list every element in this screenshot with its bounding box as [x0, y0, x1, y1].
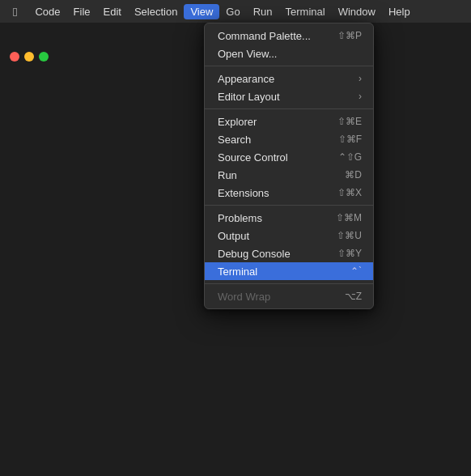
menubar-run[interactable]: Run: [247, 4, 279, 19]
maximize-button[interactable]: [39, 52, 49, 62]
menu-item-command-palette[interactable]: Command Palette... ⇧⌘P: [205, 27, 373, 45]
menu-item-editor-layout[interactable]: Editor Layout ›: [205, 87, 373, 105]
menu-item-search-label: Search: [218, 134, 325, 146]
menubar-edit[interactable]: Edit: [97, 4, 128, 19]
menu-item-explorer-label: Explorer: [218, 116, 325, 128]
menu-item-source-control-shortcut: ⌃⇧G: [338, 151, 362, 163]
menubar-help[interactable]: Help: [382, 4, 417, 19]
menu-item-source-control[interactable]: Source Control ⌃⇧G: [205, 148, 373, 166]
separator-4: [205, 283, 373, 284]
menu-item-explorer[interactable]: Explorer ⇧⌘E: [205, 113, 373, 130]
menu-item-problems[interactable]: Problems ⇧⌘M: [205, 209, 373, 227]
menu-item-appearance-label: Appearance: [218, 73, 352, 85]
menu-item-debug-console[interactable]: Debug Console ⇧⌘Y: [205, 244, 373, 262]
menu-item-word-wrap-shortcut: ⌥Z: [345, 291, 362, 302]
menu-item-search[interactable]: Search ⇧⌘F: [205, 130, 373, 148]
menubar-code[interactable]: Code: [28, 4, 66, 19]
menu-item-debug-console-label: Debug Console: [218, 248, 325, 260]
menu-item-search-shortcut: ⇧⌘F: [338, 134, 362, 145]
menu-item-debug-console-shortcut: ⇧⌘Y: [337, 248, 362, 259]
traffic-lights: [10, 52, 49, 62]
menu-item-run[interactable]: Run ⌘D: [205, 166, 373, 184]
menu-item-source-control-label: Source Control: [218, 151, 325, 164]
menu-item-extensions-shortcut: ⇧⌘X: [337, 187, 362, 198]
menu-item-command-palette-label: Command Palette...: [218, 30, 325, 42]
menu-item-output-label: Output: [218, 230, 324, 242]
separator-2: [205, 108, 373, 109]
menu-item-explorer-shortcut: ⇧⌘E: [337, 116, 362, 127]
separator-3: [205, 205, 373, 206]
menu-item-extensions[interactable]: Extensions ⇧⌘X: [205, 184, 373, 202]
menu-item-output[interactable]: Output ⇧⌘U: [205, 227, 373, 244]
separator-1: [205, 66, 373, 66]
menu-item-terminal-shortcut: ⌃`: [350, 266, 362, 277]
close-button[interactable]: [10, 52, 19, 62]
menubar-go[interactable]: Go: [219, 4, 246, 19]
menubar-file[interactable]: File: [67, 4, 97, 19]
menubar-view[interactable]: View: [184, 4, 219, 19]
menu-item-word-wrap-label: Word Wrap: [218, 291, 332, 303]
menubar:  Code File Edit Selection View Go Run T…: [0, 0, 471, 23]
menubar-terminal[interactable]: Terminal: [279, 4, 332, 19]
menubar-selection[interactable]: Selection: [128, 4, 184, 19]
menu-item-command-palette-shortcut: ⇧⌘P: [337, 30, 362, 41]
menu-item-terminal-label: Terminal: [218, 266, 337, 278]
menu-item-run-shortcut: ⌘D: [345, 169, 362, 181]
menu-item-word-wrap[interactable]: Word Wrap ⌥Z: [205, 287, 373, 305]
menu-item-appearance[interactable]: Appearance ›: [205, 70, 373, 87]
menu-item-output-shortcut: ⇧⌘U: [337, 230, 362, 241]
appearance-arrow-icon: ›: [359, 73, 362, 84]
menu-item-problems-shortcut: ⇧⌘M: [336, 212, 362, 223]
menu-item-run-label: Run: [218, 169, 332, 181]
menu-item-problems-label: Problems: [218, 212, 323, 224]
view-dropdown-menu: Command Palette... ⇧⌘P Open View... Appe…: [204, 23, 374, 309]
editor-layout-arrow-icon: ›: [359, 91, 362, 102]
menubar-window[interactable]: Window: [332, 4, 382, 19]
menu-item-extensions-label: Extensions: [218, 187, 325, 199]
menu-item-open-view-label: Open View...: [218, 48, 349, 60]
menu-item-editor-layout-label: Editor Layout: [218, 91, 352, 103]
apple-menu[interactable]: : [6, 5, 23, 19]
menu-item-open-view[interactable]: Open View...: [205, 45, 373, 62]
menu-item-terminal[interactable]: Terminal ⌃`: [205, 262, 373, 280]
minimize-button[interactable]: [24, 52, 34, 62]
